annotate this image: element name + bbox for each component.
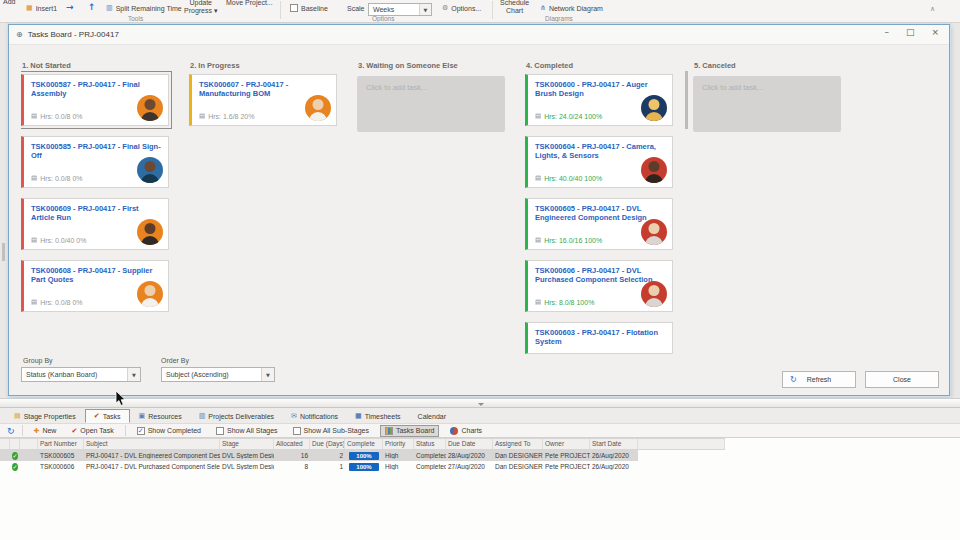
chevron-down-icon[interactable]: ▼: [261, 368, 274, 381]
task-card-hours: ▤ Hrs: 40.0/40 100%: [535, 174, 602, 182]
refresh-label: Refresh: [807, 376, 832, 383]
hours-grid-icon: ▤: [31, 174, 37, 182]
table-row[interactable]: ✓TSK000605PRJ-00417 - DVL Engineered Com…: [0, 450, 638, 461]
column-header-assigned-to[interactable]: Assigned To: [493, 439, 543, 449]
column-header: 5. Canceled: [694, 61, 841, 74]
column-header-priority[interactable]: Priority: [383, 439, 414, 449]
tab-tasks[interactable]: ✔ Tasks: [85, 409, 130, 423]
arrow-right-button[interactable]: →: [66, 2, 74, 12]
add-task-placeholder[interactable]: Click to add task...: [693, 76, 841, 132]
task-card[interactable]: TSK000603 - PRJ-00417 - Flotation System: [525, 322, 673, 354]
group-label-options: Options: [372, 15, 394, 22]
show-all-substages-box[interactable]: [293, 427, 301, 435]
column-header-due-days-[interactable]: Due (Days): [310, 439, 345, 449]
tab-projects-deliverables[interactable]: ▥ Projects Deliverables: [191, 409, 282, 423]
table-header-row: Part NumberSubjectStageAllocatedDue (Day…: [0, 438, 725, 450]
task-card[interactable]: TSK000587 - PRJ-00417 - Final Assembly ▤…: [21, 74, 169, 126]
open-task-icon: ✔: [71, 427, 77, 435]
network-diagram-label: Network Diagram: [549, 5, 603, 12]
baseline-checkbox[interactable]: Baseline: [290, 4, 328, 12]
show-completed-checkbox[interactable]: Show Completed: [133, 426, 205, 436]
column-header-allocated[interactable]: Allocated: [274, 439, 310, 449]
stage-properties-icon: ▤: [14, 412, 21, 420]
column-header-due-date[interactable]: Due Date: [446, 439, 493, 449]
show-all-stages-box[interactable]: [216, 427, 224, 435]
task-card[interactable]: TSK000604 - PRJ-00417 - Camera, Lights, …: [525, 136, 673, 188]
task-card[interactable]: TSK000607 - PRJ-00417 - Manufacturing BO…: [189, 74, 337, 126]
column-header-start-date[interactable]: Start Date: [590, 439, 638, 449]
move-project-button[interactable]: Move Project...: [226, 0, 273, 6]
open-task-button[interactable]: ✔ Open Task: [67, 426, 117, 436]
baseline-label: Baseline: [301, 5, 328, 12]
close-icon[interactable]: ×: [931, 27, 939, 37]
task-card[interactable]: TSK000606 - PRJ-00417 - DVL Purchased Co…: [525, 260, 673, 312]
avatar: [641, 281, 667, 307]
column-header-blank[interactable]: [0, 439, 10, 449]
tab-calendar[interactable]: Calendar: [410, 409, 454, 423]
task-card-hours: ▤ Hrs: 8.0/8 100%: [535, 298, 594, 306]
network-diagram-button[interactable]: ⋔ Network Diagram: [540, 4, 603, 12]
column-header: 3. Waiting on Someone Else: [358, 61, 505, 74]
column-header-blank[interactable]: [10, 439, 20, 449]
schedule-chart-button[interactable]: Schedule Chart: [500, 0, 529, 15]
show-all-stages-checkbox[interactable]: Show All Stages: [212, 426, 282, 436]
column-header-complete[interactable]: Complete: [345, 439, 383, 449]
tab-resources[interactable]: ▣ Resources: [131, 409, 190, 423]
column-scrollbar[interactable]: [685, 71, 688, 129]
split-remaining-label: Split Remaining Time: [116, 5, 182, 12]
task-card[interactable]: TSK000609 - PRJ-00417 - First Article Ru…: [21, 198, 169, 250]
task-card-title: TSK000604 - PRJ-00417 - Camera, Lights, …: [535, 142, 667, 160]
minimize-button[interactable]: –: [884, 27, 889, 37]
table-row[interactable]: ✓TSK000606PRJ-00417 - DVL Purchased Comp…: [0, 461, 638, 472]
add-task-placeholder[interactable]: Click to add task...: [357, 76, 505, 132]
chevron-down-icon[interactable]: [478, 403, 484, 406]
baseline-checkbox-box[interactable]: [290, 4, 298, 12]
column-header-subject[interactable]: Subject: [84, 439, 220, 449]
task-card[interactable]: TSK000585 - PRJ-00417 - Final Sign-Off ▤…: [21, 136, 169, 188]
chevron-down-icon[interactable]: ▼: [127, 368, 140, 381]
maximize-button[interactable]: □: [906, 27, 915, 37]
left-panel-handle[interactable]: [2, 243, 5, 261]
charts-button[interactable]: Charts: [446, 426, 486, 436]
show-completed-box[interactable]: [137, 427, 145, 435]
group-by-select[interactable]: Status (Kanban Board) ▼: [21, 367, 141, 382]
tab-timesheets[interactable]: ▦ Timesheets: [347, 409, 409, 423]
tab-stage-properties[interactable]: ▤ Stage Properties: [6, 409, 84, 423]
hours-grid-icon: ▤: [535, 112, 541, 120]
hours-grid-icon: ▤: [31, 236, 37, 244]
group-by-value: Status (Kanban Board): [26, 371, 97, 378]
column-header-owner[interactable]: Owner: [543, 439, 590, 449]
panel-splitter[interactable]: [0, 398, 960, 408]
update-progress-button[interactable]: Update Progress ▾: [184, 0, 217, 15]
tab-notifications[interactable]: ✉ Notifications: [283, 409, 346, 423]
split-remaining-time-button[interactable]: ▥ Split Remaining Time: [106, 4, 182, 12]
add-button[interactable]: Add: [3, 0, 15, 5]
refresh-button[interactable]: ↻ Refresh: [782, 371, 856, 388]
refresh-icon[interactable]: ↻: [5, 426, 15, 436]
arrow-up-button[interactable]: ↑: [88, 2, 96, 12]
column-header-stage[interactable]: Stage: [220, 439, 274, 449]
insert-button[interactable]: ▦ Insert1: [26, 4, 57, 12]
task-card-title: TSK000607 - PRJ-00417 - Manufacturing BO…: [199, 80, 331, 98]
dialog-titlebar[interactable]: ⊕ Tasks Board - PRJ-00417 – □ ×: [9, 25, 949, 45]
new-button[interactable]: ✚ New: [30, 426, 61, 436]
hours-grid-icon: ▤: [535, 298, 541, 306]
collapse-ribbon-icon[interactable]: ∧: [930, 5, 935, 13]
order-by-select[interactable]: Subject (Ascending) ▼: [161, 367, 275, 382]
schedule-line1: Schedule: [500, 0, 529, 6]
tab-label: Tasks: [103, 413, 121, 420]
column-header-part-number[interactable]: Part Number: [38, 439, 84, 449]
tasks-board-button[interactable]: Tasks Board: [380, 425, 440, 437]
task-card[interactable]: TSK000600 - PRJ-00417 - Auger Brush Desi…: [525, 74, 673, 126]
add-label: Add: [3, 0, 15, 5]
column-header-blank[interactable]: [20, 439, 38, 449]
show-all-substages-checkbox[interactable]: Show All Sub-Stages: [289, 426, 373, 436]
column-header-status[interactable]: Status: [414, 439, 446, 449]
close-button[interactable]: Close: [865, 371, 939, 388]
hours-grid-icon: ▤: [535, 236, 541, 244]
task-card[interactable]: TSK000608 - PRJ-00417 - Supplier Part Qu…: [21, 260, 169, 312]
options-button[interactable]: ⚙ Options...: [442, 4, 481, 12]
task-card[interactable]: TSK000605 - PRJ-00417 - DVL Engineered C…: [525, 198, 673, 250]
refresh-icon: ↻: [790, 375, 797, 384]
chevron-down-icon[interactable]: ▼: [419, 4, 431, 15]
